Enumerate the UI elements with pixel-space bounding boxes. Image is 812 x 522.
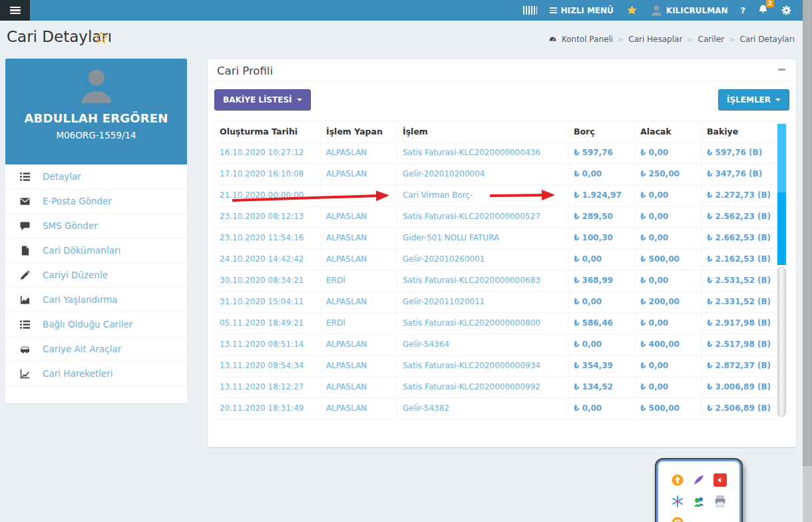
cell-debit: ₺ 100,30 [568, 228, 635, 249]
barcode-button[interactable] [523, 6, 537, 15]
orange-up-arrow-icon[interactable] [667, 473, 688, 487]
table-scrollbar-thumb[interactable] [777, 192, 786, 265]
transactions-table-body: 16.10.2020 10:27:12ALPASLANSatis Faturas… [214, 142, 778, 419]
feather-icon[interactable] [688, 473, 710, 487]
sidebar-item-label: Cari Hareketleri [43, 368, 113, 379]
cell-credit: ₺ 0,00 [635, 313, 702, 334]
cell-balance: ₺ 2.517,98 (B) [702, 334, 778, 356]
page-scrollbar [803, 0, 812, 522]
quick-menu-button[interactable]: HIZLI MENÜ [550, 6, 613, 15]
breadcrumb-item[interactable]: Cari Hesaplar [628, 35, 682, 44]
star-icon [626, 5, 638, 16]
sidebar-item-detaylar[interactable]: Detaylar [5, 164, 187, 189]
favorite-page-button[interactable] [94, 31, 108, 48]
cell-operation: Satis Faturasi-KLC2020000000934 [397, 356, 568, 377]
sidebar-item-cariyi-duzenle[interactable]: Cariyi Düzenle [5, 263, 187, 288]
sidebar-item-cariye-ait-araclar[interactable]: Cariye Ait Araçlar [5, 337, 187, 362]
car-icon [20, 344, 43, 354]
table-row[interactable]: 21.10.2020 00:00:00Cari Virman Borç-₺ 1.… [214, 185, 778, 206]
envelope-icon [20, 196, 43, 206]
notifications-button[interactable]: 2 [758, 4, 768, 17]
gears-icon [781, 5, 792, 16]
cell-operation: Satis Faturasi-KLC2020000000436 [397, 142, 568, 164]
cell-operation: Satis Faturasi-KLC2020000000992 [397, 377, 568, 398]
breadcrumb-item: Cari Detayları [739, 35, 795, 44]
star-outline-icon [94, 31, 108, 45]
cell-debit: ₺ 289,50 [568, 206, 635, 228]
cell-operation: Gelir-54382 [397, 398, 568, 419]
transactions-table: Oluşturma Tarihiİşlem YapanİşlemBorçAlac… [214, 121, 778, 419]
cell-credit: ₺ 0,00 [635, 228, 702, 249]
cell-operation: Gelir-202010200004 [397, 164, 568, 185]
cell-debit: ₺ 597,76 [568, 142, 635, 164]
cell-balance: ₺ 3.006,89 (B) [702, 377, 778, 398]
printer-icon[interactable] [710, 495, 731, 508]
table-row[interactable]: 13.11.2020 08:51:14ALPASLANGelir-54364₺ … [214, 334, 778, 356]
help-button[interactable]: ? [740, 5, 745, 15]
cari-profili-panel: Cari Profili BAKİYE LİSTESİ İŞLEMLER Olu… [207, 59, 797, 447]
table-row[interactable]: 23.10.2020 11:54:16ALPASLANGider-501 NOL… [214, 228, 778, 249]
hamburger-icon [10, 7, 21, 14]
cell-balance: ₺ 2.272,73 (B) [702, 185, 778, 206]
sidebar-item-cari-yaslandirma[interactable]: Cari Yaşlandırma [5, 288, 187, 312]
users-icon[interactable] [688, 495, 710, 508]
sidebar-toggle-button[interactable] [0, 0, 30, 21]
help-icon: ? [740, 5, 745, 15]
sidebar-item-cari-dokumanlari[interactable]: Cari Dökümanları [5, 238, 187, 263]
table-row[interactable]: 05.11.2020 18:49:21ERDİSatis Faturasi-KL… [214, 313, 778, 334]
table-row[interactable]: 23.10.2020 08:12:13ALPASLANSatis Faturas… [214, 206, 778, 228]
cell-date: 13.11.2020 18:12:27 [214, 377, 321, 398]
user-menu-button[interactable]: KILICRULMAN [650, 4, 728, 17]
cell-date: 24.10.2020 14:42:42 [214, 249, 321, 270]
favorites-button[interactable] [626, 5, 638, 16]
orange-circle-icon[interactable] [667, 516, 688, 522]
sidebar-item-cari-hareketleri[interactable]: Cari Hareketleri [5, 362, 187, 386]
breadcrumb-item[interactable]: Cariler [698, 35, 725, 44]
cell-credit: ₺ 500,00 [635, 398, 702, 419]
profile-menu: DetaylarE-Posta GönderSMS GönderCari Dök… [5, 164, 187, 403]
cell-operation: Gelir-202011020011 [397, 292, 568, 313]
cell-date: 13.11.2020 08:54:34 [214, 356, 321, 377]
chevron-down-icon [775, 99, 781, 101]
cell-balance: ₺ 2.872,37 (B) [702, 356, 778, 377]
table-row[interactable]: 31.10.2020 15:04:11ALPASLANGelir-2020110… [214, 292, 778, 313]
list-icon [20, 172, 43, 182]
table-row[interactable]: 30.10.2020 08:34:21ERDİSatis Faturasi-KL… [214, 270, 778, 292]
table-scrollbar-track[interactable] [777, 267, 786, 417]
cell-debit: ₺ 0,00 [568, 334, 635, 356]
table-row[interactable]: 13.11.2020 18:12:27ALPASLANSatis Faturas… [214, 377, 778, 398]
cell-credit: ₺ 0,00 [635, 206, 702, 228]
balance-list-button[interactable]: BAKİYE LİSTESİ [214, 89, 311, 111]
snowflake-icon[interactable] [667, 495, 688, 508]
sidebar-item-eposta-gonder[interactable]: E-Posta Gönder [5, 189, 187, 214]
column-header: Oluşturma Tarihi [214, 121, 321, 142]
cell-balance: ₺ 347,76 (B) [702, 164, 778, 185]
red-diamond-icon[interactable] [710, 473, 731, 487]
cell-credit: ₺ 0,00 [635, 142, 702, 164]
table-header-row: Oluşturma Tarihiİşlem YapanİşlemBorçAlac… [214, 121, 778, 142]
table-scrollbar-thumb-top[interactable] [777, 124, 786, 192]
settings-button[interactable] [781, 5, 792, 16]
cell-operation: Cari Virman Borç- [397, 185, 568, 206]
page-scrollbar-thumb[interactable] [803, 0, 812, 466]
pencil-icon [20, 270, 43, 280]
cell-balance: ₺ 597,76 (B) [702, 142, 778, 164]
actions-button[interactable]: İŞLEMLER [718, 89, 789, 111]
sidebar-footer [5, 386, 187, 403]
file-icon [20, 246, 43, 256]
breadcrumb-item[interactable]: Kontol Paneli [562, 35, 613, 44]
table-row[interactable]: 13.11.2020 08:54:34ALPASLANSatis Faturas… [214, 356, 778, 377]
collapse-icon[interactable] [778, 69, 785, 71]
table-row[interactable]: 17.10.2020 16:10:08ALPASLANGelir-2020102… [214, 164, 778, 185]
table-row[interactable]: 16.10.2020 10:27:12ALPASLANSatis Faturas… [214, 142, 778, 164]
sidebar-item-bagli-oldugu-cariler[interactable]: Bağlı Olduğu Cariler [5, 312, 187, 337]
sidebar-item-sms-gonder[interactable]: SMS Gönder [5, 214, 187, 238]
breadcrumb-separator: > [729, 35, 735, 44]
table-row[interactable]: 20.11.2020 18:31:49ALPASLANGelir-54382₺ … [214, 398, 778, 419]
balance-list-label: BAKİYE LİSTESİ [223, 95, 292, 105]
cell-user: ALPASLAN [321, 206, 397, 228]
table-row[interactable]: 24.10.2020 14:42:42ALPASLANGelir-2020102… [214, 249, 778, 270]
breadcrumb-separator: > [618, 35, 624, 44]
column-header: Alacak [635, 121, 702, 142]
cell-balance: ₺ 2.162,53 (B) [702, 249, 778, 270]
